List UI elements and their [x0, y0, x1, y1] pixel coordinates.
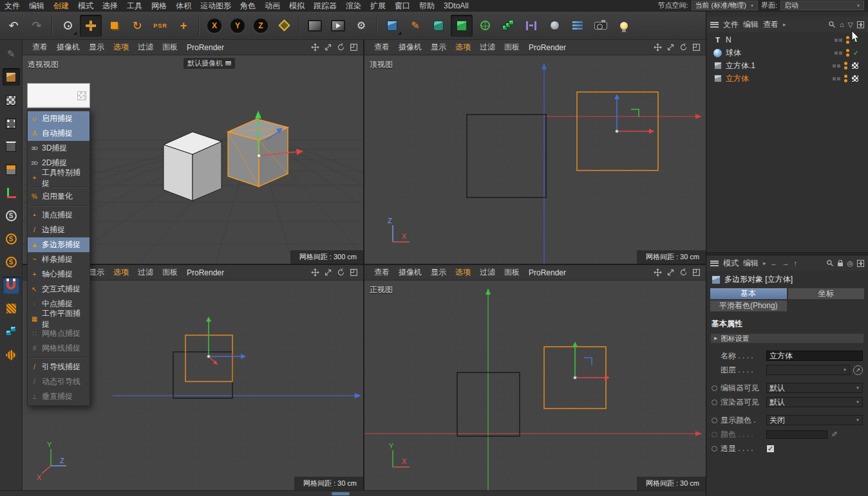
object-row-sphere[interactable]: 球体 ✓: [706, 46, 868, 59]
maximize-view-icon[interactable]: [692, 268, 701, 277]
texture-tag-icon[interactable]: [851, 75, 859, 82]
orbit-view-icon[interactable]: [679, 43, 688, 51]
am-menu-mode[interactable]: 模式: [723, 258, 739, 269]
render-settings-button[interactable]: ⚙: [350, 15, 372, 37]
vp-menu-view[interactable]: 查看: [370, 42, 394, 53]
top-canvas[interactable]: 顶视图 Z X: [364, 55, 706, 264]
solo-hierarchy-button[interactable]: S: [3, 253, 20, 271]
am-menu-edit[interactable]: 编辑: [743, 258, 759, 269]
tab-coordinates[interactable]: 坐标: [788, 288, 865, 299]
viewport-top[interactable]: 查看 摄像机 显示 选项 过滤 面板 ProRender 顶视图: [364, 40, 706, 264]
object-row-n[interactable]: T N ✓: [706, 33, 868, 46]
object-row-cube1[interactable]: 立方体.1: [706, 59, 868, 72]
search-icon[interactable]: [828, 21, 836, 28]
keyframe-circle[interactable]: [712, 418, 717, 423]
keyframe-circle[interactable]: [712, 385, 717, 391]
vp-menu-prorender[interactable]: ProRender: [182, 268, 229, 277]
vp-menu-display[interactable]: 显示: [84, 42, 109, 53]
make-editable-button[interactable]: ✎: [3, 45, 20, 62]
volume-button[interactable]: [543, 15, 565, 37]
keyframe-circle[interactable]: [712, 400, 717, 405]
menu-volume[interactable]: 体积: [171, 0, 196, 12]
cloner-button[interactable]: [497, 15, 519, 37]
maximize-view-icon[interactable]: [350, 43, 358, 51]
menu-tools[interactable]: 工具: [122, 0, 147, 12]
home-icon[interactable]: ⌂: [840, 21, 844, 28]
viewport-solo-button[interactable]: S: [3, 207, 20, 225]
front-canvas[interactable]: 正视图 Y X: [364, 280, 706, 490]
snap-item-polygon[interactable]: ▲多边形捕捉: [28, 237, 90, 252]
search-icon[interactable]: [826, 259, 834, 267]
object-name[interactable]: 立方体.1: [726, 60, 755, 71]
psr-tool-button[interactable]: PSR: [149, 15, 171, 37]
layer-pick-button[interactable]: ↗: [853, 365, 863, 375]
pan-view-icon[interactable]: [654, 43, 662, 51]
menu-tracker[interactable]: 跟踪器: [309, 0, 341, 12]
camera-chip[interactable]: 默认摄像机: [184, 58, 235, 69]
snap-item-spline[interactable]: ~样条捕捉: [28, 252, 90, 267]
vp-menu-cameras[interactable]: 摄像机: [394, 267, 426, 278]
node-space-select[interactable]: 当前 (标准/物理) ▼: [692, 1, 758, 10]
vp-menu-cameras[interactable]: 摄像机: [394, 42, 426, 53]
vp-menu-filter[interactable]: 过滤: [475, 267, 500, 278]
om-menu-edit[interactable]: 编辑: [743, 19, 759, 30]
orbit-view-icon[interactable]: [337, 43, 345, 51]
menu-edit[interactable]: 编辑: [24, 0, 49, 12]
visibility-dots[interactable]: [846, 36, 849, 44]
vp-menu-prorender[interactable]: ProRender: [182, 43, 229, 52]
render-picture-viewer-button[interactable]: [327, 15, 349, 37]
zoom-view-icon[interactable]: [324, 43, 332, 51]
zoom-view-icon[interactable]: [324, 268, 332, 277]
snap-item-auto[interactable]: A自动捕捉: [28, 126, 90, 141]
hamburger-icon[interactable]: [710, 22, 719, 28]
axis-modify-button[interactable]: +: [173, 15, 194, 37]
vp-menu-cameras[interactable]: 摄像机: [52, 42, 84, 53]
workplane-snap-button[interactable]: [3, 346, 20, 363]
chevron-right-icon[interactable]: ▸: [783, 21, 786, 28]
y-lock-button[interactable]: Y: [227, 15, 249, 37]
vp-menu-view[interactable]: 查看: [28, 42, 52, 53]
menu-character[interactable]: 角色: [236, 0, 260, 12]
snap-item-axis[interactable]: +轴心捕捉: [28, 267, 90, 282]
snap-item-guide[interactable]: /引导线捕捉: [28, 360, 90, 374]
subdivision-surface-button[interactable]: [428, 15, 449, 37]
vp-menu-prorender[interactable]: ProRender: [524, 43, 571, 52]
menu-file[interactable]: 文件: [0, 0, 24, 12]
vp-menu-display[interactable]: 显示: [426, 267, 451, 278]
lock-icon[interactable]: [838, 262, 843, 266]
render-view-button[interactable]: [304, 15, 326, 37]
vp-menu-filter[interactable]: 过滤: [475, 42, 500, 53]
spline-pen-button[interactable]: ✎: [404, 15, 426, 37]
new-panel-icon[interactable]: [857, 260, 864, 267]
workplane-button[interactable]: [3, 300, 20, 317]
timeline-thumb[interactable]: [332, 492, 350, 495]
pan-view-icon[interactable]: [311, 268, 319, 277]
snap-item-quantize[interactable]: %启用量化: [28, 189, 90, 204]
visibility-dots[interactable]: [844, 75, 847, 82]
zoom-view-icon[interactable]: [666, 268, 675, 277]
texture-tag-icon[interactable]: [851, 62, 859, 69]
layer-markers[interactable]: [833, 77, 840, 80]
enable-snap-button[interactable]: [3, 277, 20, 294]
vp-menu-view[interactable]: 查看: [370, 267, 394, 278]
snap-item-edge[interactable]: /边捕捉: [28, 223, 90, 237]
quantize-button[interactable]: [3, 323, 20, 340]
vp-menu-panel[interactable]: 面板: [158, 267, 182, 278]
menu-3dtoall[interactable]: 3DtoAll: [439, 0, 473, 12]
om-menu-file[interactable]: 文件: [723, 19, 739, 30]
tab-phong[interactable]: 平滑着色(Phong): [710, 300, 787, 311]
z-lock-button[interactable]: Z: [250, 15, 272, 37]
display-color-select[interactable]: 关闭 ▼: [766, 415, 863, 425]
om-menu-view[interactable]: 查看: [763, 19, 778, 30]
visibility-dots[interactable]: [846, 49, 849, 57]
name-input[interactable]: [766, 351, 863, 361]
layer-select[interactable]: ▼: [766, 365, 850, 375]
vp-menu-panel[interactable]: 面板: [158, 42, 182, 53]
editor-visible-select[interactable]: 默认 ▼: [766, 383, 863, 393]
vp-menu-filter[interactable]: 过滤: [133, 42, 158, 53]
layer-markers[interactable]: [833, 64, 840, 68]
back-icon[interactable]: ←: [771, 260, 778, 267]
snap-item-gridline[interactable]: #网格线捕捉: [28, 341, 90, 356]
menu-extensions[interactable]: 扩展: [366, 0, 390, 12]
vp-menu-options[interactable]: 选项: [109, 42, 133, 53]
